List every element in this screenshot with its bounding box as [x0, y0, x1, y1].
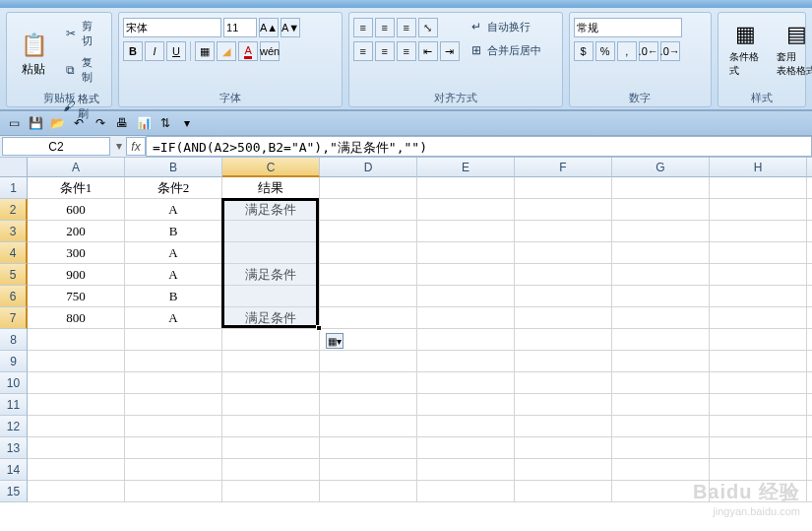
cell-A10[interactable] — [28, 372, 125, 394]
cell-H13[interactable] — [710, 437, 807, 459]
cell-F2[interactable] — [515, 199, 612, 221]
cell-H9[interactable] — [710, 351, 807, 372]
row-header-4[interactable]: 4 — [0, 242, 28, 264]
cell-B12[interactable] — [125, 416, 222, 437]
row-header-11[interactable]: 11 — [0, 394, 28, 416]
cell-D9[interactable] — [320, 351, 417, 372]
cell-C6[interactable] — [222, 286, 320, 307]
print-icon[interactable]: 🖶 — [114, 115, 130, 131]
cut-button[interactable]: ✂剪切 — [58, 16, 107, 51]
cell-A7[interactable]: 800 — [28, 307, 125, 329]
cell-I15[interactable] — [807, 481, 812, 502]
column-header-A[interactable]: A — [28, 158, 125, 177]
cell-G2[interactable] — [612, 199, 710, 221]
cell-G3[interactable] — [612, 221, 710, 242]
cell-D12[interactable] — [320, 416, 417, 437]
cell-C5[interactable]: 满足条件 — [222, 264, 320, 286]
namebox-dropdown-icon[interactable]: ▾ — [112, 136, 126, 157]
column-header-I[interactable]: I — [807, 158, 812, 177]
cell-G4[interactable] — [612, 242, 710, 264]
cell-A14[interactable] — [28, 459, 125, 481]
cell-I5[interactable] — [807, 264, 812, 286]
cell-C4[interactable] — [222, 242, 320, 264]
cell-B6[interactable]: B — [125, 286, 222, 307]
row-header-5[interactable]: 5 — [0, 264, 28, 286]
cell-F7[interactable] — [515, 307, 612, 329]
wrap-text-button[interactable]: ↵自动换行 — [464, 16, 546, 37]
cell-E14[interactable] — [417, 459, 515, 481]
row-header-12[interactable]: 12 — [0, 416, 28, 437]
spreadsheet-grid[interactable]: ABCDEFGHI 123456789101112131415 条件1条件2结果… — [0, 158, 812, 531]
font-color-button[interactable]: A — [238, 41, 258, 61]
select-all-corner[interactable] — [0, 158, 28, 177]
cell-F12[interactable] — [515, 416, 612, 437]
align-middle-button[interactable]: ≡ — [375, 18, 395, 37]
row-header-15[interactable]: 15 — [0, 481, 28, 502]
merge-center-button[interactable]: ⊞合并后居中 — [464, 39, 546, 61]
cell-A8[interactable] — [28, 329, 125, 351]
cell-D6[interactable] — [320, 286, 417, 307]
column-header-D[interactable]: D — [320, 158, 417, 177]
cell-I7[interactable] — [807, 307, 812, 329]
cell-H5[interactable] — [710, 264, 807, 286]
cell-C2[interactable]: 满足条件 — [222, 199, 320, 221]
cell-G1[interactable] — [612, 177, 710, 199]
column-header-E[interactable]: E — [417, 158, 515, 177]
column-header-H[interactable]: H — [710, 158, 807, 177]
cell-E7[interactable] — [417, 307, 515, 329]
cell-G10[interactable] — [612, 372, 710, 394]
cell-I10[interactable] — [807, 372, 812, 394]
cell-B9[interactable] — [125, 351, 222, 372]
row-header-9[interactable]: 9 — [0, 351, 28, 372]
cell-D2[interactable] — [320, 199, 417, 221]
cell-A3[interactable]: 200 — [28, 221, 125, 242]
cell-G14[interactable] — [612, 459, 710, 481]
cell-H7[interactable] — [710, 307, 807, 329]
fill-handle[interactable] — [316, 325, 322, 331]
increase-font-button[interactable]: A▲ — [259, 18, 279, 37]
column-header-F[interactable]: F — [515, 158, 612, 177]
align-center-button[interactable]: ≡ — [375, 41, 395, 61]
decrease-indent-button[interactable]: ⇤ — [418, 41, 438, 61]
cell-C13[interactable] — [222, 437, 320, 459]
decrease-font-button[interactable]: A▼ — [281, 18, 300, 37]
cell-G12[interactable] — [612, 416, 710, 437]
cell-H6[interactable] — [710, 286, 807, 307]
cell-C10[interactable] — [222, 372, 320, 394]
cell-C11[interactable] — [222, 394, 320, 416]
phonetic-button[interactable]: wén — [260, 41, 280, 61]
row-header-10[interactable]: 10 — [0, 372, 28, 394]
cell-C1[interactable]: 结果 — [222, 177, 320, 199]
cell-H3[interactable] — [710, 221, 807, 242]
cell-E13[interactable] — [417, 437, 515, 459]
cell-B15[interactable] — [125, 481, 222, 502]
cell-F6[interactable] — [515, 286, 612, 307]
row-header-3[interactable]: 3 — [0, 221, 28, 242]
align-top-button[interactable]: ≡ — [353, 18, 373, 37]
cell-F5[interactable] — [515, 264, 612, 286]
cell-B1[interactable]: 条件2 — [125, 177, 222, 199]
cell-C15[interactable] — [222, 481, 320, 502]
row-header-8[interactable]: 8 — [0, 329, 28, 351]
cell-C3[interactable] — [222, 221, 320, 242]
row-header-14[interactable]: 14 — [0, 459, 28, 481]
cell-B3[interactable]: B — [125, 221, 222, 242]
cell-H11[interactable] — [710, 394, 807, 416]
cell-E2[interactable] — [417, 199, 515, 221]
cell-A1[interactable]: 条件1 — [28, 177, 125, 199]
cell-I4[interactable] — [807, 242, 812, 264]
cell-F9[interactable] — [515, 351, 612, 372]
number-format-combo[interactable] — [574, 18, 682, 37]
border-button[interactable]: ▦ — [195, 41, 215, 61]
cell-B2[interactable]: A — [125, 199, 222, 221]
cell-B14[interactable] — [125, 459, 222, 481]
cell-I3[interactable] — [807, 221, 812, 242]
cell-E4[interactable] — [417, 242, 515, 264]
column-header-B[interactable]: B — [125, 158, 222, 177]
cell-H12[interactable] — [710, 416, 807, 437]
cell-C8[interactable] — [222, 329, 320, 351]
cell-D7[interactable] — [320, 307, 417, 329]
row-header-1[interactable]: 1 — [0, 177, 28, 199]
conditional-format-button[interactable]: ▦ 条件格式 — [722, 16, 768, 81]
cell-G6[interactable] — [612, 286, 710, 307]
